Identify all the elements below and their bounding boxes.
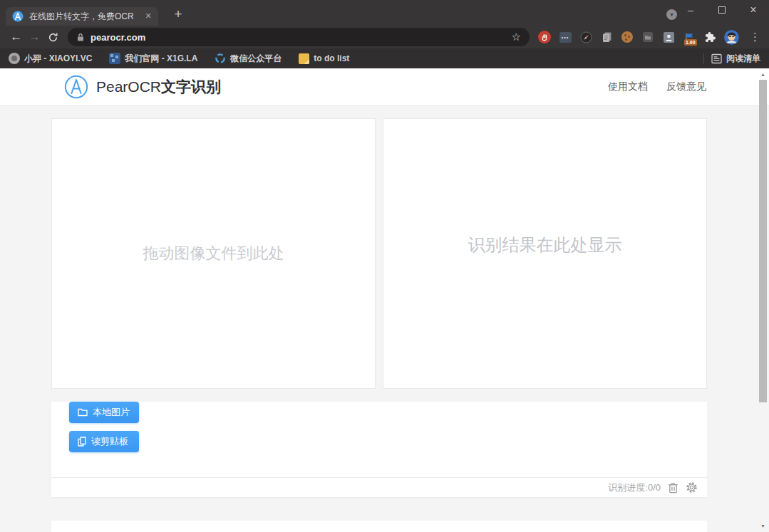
- back-icon[interactable]: ←: [7, 28, 26, 46]
- tab-close-icon[interactable]: ×: [143, 11, 154, 22]
- close-window-button[interactable]: ×: [738, 0, 769, 20]
- bookmark-xiaoyi[interactable]: 小羿 - XIAOYI.VC: [9, 53, 92, 65]
- circle-feature-icon: [611, 528, 640, 532]
- bookmark-todo[interactable]: to do list: [299, 53, 349, 64]
- brand[interactable]: PearOCR文字识别: [64, 75, 221, 99]
- action-card: 本地图片 读剪贴板 识别进度:0/0: [51, 402, 707, 497]
- refresh-icon[interactable]: [43, 28, 62, 46]
- settings-gear-icon[interactable]: [686, 481, 698, 494]
- extension-flag-icon[interactable]: 1.00: [683, 31, 696, 43]
- scroll-up-icon[interactable]: ▲: [757, 69, 769, 80]
- bookmark-label: 我们官网 - X1G.LA: [125, 53, 197, 65]
- chip-icon: [435, 528, 466, 532]
- brand-name-zh: 文字识别: [161, 78, 221, 95]
- result-placeholder: 识别结果在此处显示: [468, 234, 622, 256]
- clipboard-icon: [78, 437, 86, 447]
- tab-title: 在线图片转文字，免费OCR，在线: [29, 11, 137, 23]
- browser-tab[interactable]: 在线图片转文字，免费OCR，在线 ×: [6, 7, 158, 26]
- link-docs[interactable]: 使用文档: [608, 80, 648, 93]
- bookmarks-bar: 小羿 - XIAOYI.VC 我们官网 - X1G.LA 微信公众平台 to d…: [0, 48, 769, 68]
- features-card: [51, 521, 707, 532]
- reading-list-label: 阅读清单: [726, 53, 760, 65]
- extension-badge: 1.00: [684, 39, 697, 46]
- progress-footer: 识别进度:0/0: [51, 477, 707, 497]
- bookmark-label: to do list: [314, 53, 349, 63]
- trash-icon[interactable]: [668, 482, 678, 494]
- bookmarks-divider: [703, 53, 704, 64]
- chrome-menu-icon[interactable]: ⋮: [747, 31, 763, 43]
- header-links: 使用文档 反馈意见: [608, 80, 706, 93]
- minimize-button[interactable]: –: [675, 0, 706, 20]
- blue-site-icon: [109, 53, 120, 64]
- bookmark-wechat[interactable]: 微信公众平台: [215, 53, 282, 65]
- speed-gauge-icon: [121, 528, 151, 532]
- extension-notes-icon[interactable]: [600, 31, 613, 43]
- button-label: 本地图片: [93, 406, 130, 419]
- extensions-puzzle-icon[interactable]: [703, 31, 716, 43]
- wechat-ring-icon: [215, 53, 226, 64]
- site-header: PearOCR文字识别 使用文档 反馈意见: [0, 68, 769, 106]
- scroll-down-icon[interactable]: ▼: [757, 521, 769, 531]
- tab-strip: 在线图片转文字，免费OCR，在线 × + ▾ – ×: [0, 0, 769, 26]
- extension-cookie-icon[interactable]: [621, 31, 634, 43]
- brand-name-en: PearOCR: [96, 78, 161, 95]
- web-page: PearOCR文字识别 使用文档 反馈意见 拖动图像文件到此处 识别结果在此处显…: [0, 68, 769, 532]
- url-text: pearocr.com: [91, 32, 145, 43]
- gray-avatar-icon: [9, 53, 20, 64]
- extension-ellipsis-icon[interactable]: •••: [559, 31, 572, 43]
- bookmark-x1g[interactable]: 我们官网 - X1G.LA: [109, 53, 197, 65]
- extension-hand-icon[interactable]: [538, 31, 551, 43]
- button-label: 读剪贴板: [91, 435, 128, 448]
- extension-compass-icon[interactable]: [579, 31, 592, 43]
- yellow-note-icon: [299, 53, 309, 64]
- pearocr-logo: [64, 75, 88, 99]
- local-image-button[interactable]: 本地图片: [69, 402, 139, 423]
- new-tab-button[interactable]: +: [170, 6, 187, 24]
- result-panel: 识别结果在此处显示: [383, 118, 707, 389]
- reading-list-icon: [711, 53, 722, 64]
- extension-row: ••• 1.00 ⋮: [538, 30, 763, 45]
- bookmark-label: 微信公众平台: [230, 53, 282, 65]
- profile-avatar[interactable]: [724, 30, 739, 45]
- forward-icon[interactable]: →: [26, 28, 44, 46]
- lock-icon: [76, 33, 85, 42]
- dropzone-placeholder: 拖动图像文件到此处: [143, 243, 284, 264]
- link-feedback[interactable]: 反馈意见: [666, 80, 706, 93]
- address-bar[interactable]: pearocr.com ☆: [68, 28, 530, 46]
- main-panels: 拖动图像文件到此处 识别结果在此处显示: [51, 118, 707, 389]
- maximize-button[interactable]: [706, 0, 738, 20]
- image-dropzone[interactable]: 拖动图像文件到此处: [51, 118, 376, 389]
- pearocr-favicon: [12, 11, 24, 22]
- page-scrollbar[interactable]: ▲ ▼: [757, 68, 769, 532]
- folder-icon: [78, 408, 88, 417]
- maximize-icon: [718, 6, 726, 14]
- progress-label: 识别进度:: [608, 482, 648, 493]
- window-controls: – ×: [675, 0, 769, 20]
- shield-icon: [276, 528, 304, 532]
- bookmark-star-icon[interactable]: ☆: [512, 31, 521, 43]
- extension-image-person-icon[interactable]: [662, 31, 675, 43]
- browser-toolbar: ← → pearocr.com ☆ •••: [0, 26, 769, 48]
- bookmark-label: 小羿 - XIAOYI.VC: [24, 53, 92, 65]
- progress-value: 0/0: [648, 482, 661, 493]
- reading-list-button[interactable]: 阅读清单: [711, 53, 760, 65]
- scrollbar-thumb[interactable]: [759, 80, 767, 402]
- extension-folder-icon[interactable]: [641, 31, 654, 43]
- read-clipboard-button[interactable]: 读剪贴板: [69, 431, 139, 452]
